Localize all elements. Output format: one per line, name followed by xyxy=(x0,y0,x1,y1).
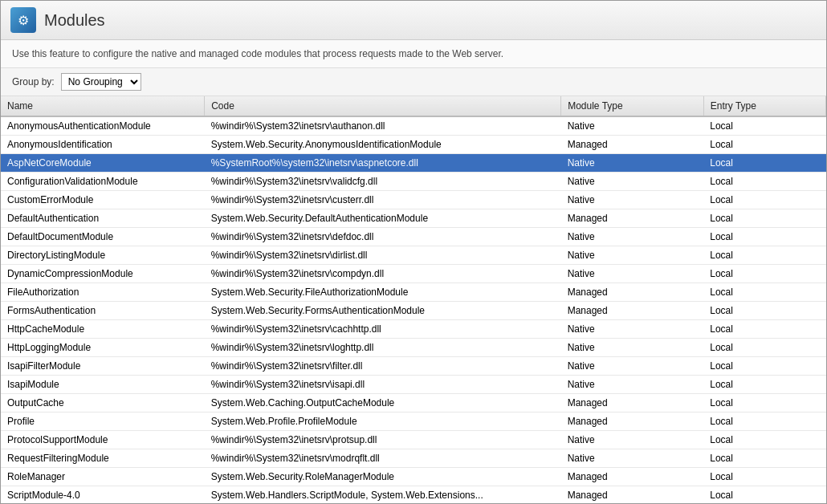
page-title: Modules xyxy=(44,11,105,30)
cell-module-type: Native xyxy=(561,246,704,265)
cell-name: DynamicCompressionModule xyxy=(1,265,205,283)
app-icon-glyph: ⚙ xyxy=(18,13,29,28)
cell-code: %windir%\System32\inetsrv\compdyn.dll xyxy=(205,265,561,283)
cell-module-type: Native xyxy=(561,357,704,376)
cell-name: RequestFilteringModule xyxy=(1,449,205,468)
cell-entry-type: Local xyxy=(703,413,825,431)
header-module-type: Module Type xyxy=(561,96,704,116)
table-row[interactable]: IsapiFilterModule%windir%\System32\inets… xyxy=(1,357,826,376)
table-row[interactable]: HttpLoggingModule%windir%\System32\inets… xyxy=(1,339,826,357)
cell-entry-type: Local xyxy=(703,394,825,413)
group-by-select[interactable]: No GroupingModule TypeEntry Type xyxy=(61,73,141,91)
cell-code: System.Web.Security.AnonymousIdentificat… xyxy=(205,136,561,154)
cell-entry-type: Local xyxy=(703,228,825,246)
cell-entry-type: Local xyxy=(703,116,825,136)
table-row[interactable]: RoleManagerSystem.Web.Security.RoleManag… xyxy=(1,468,826,486)
cell-code: %windir%\System32\inetsrv\filter.dll xyxy=(205,357,561,376)
table-row[interactable]: DefaultAuthenticationSystem.Web.Security… xyxy=(1,209,826,228)
cell-entry-type: Local xyxy=(703,449,825,468)
cell-module-type: Native xyxy=(561,431,704,449)
cell-name: HttpLoggingModule xyxy=(1,339,205,357)
cell-entry-type: Local xyxy=(703,283,825,302)
cell-name: ProtocolSupportModule xyxy=(1,431,205,449)
cell-entry-type: Local xyxy=(703,339,825,357)
cell-module-type: Native xyxy=(561,191,704,209)
cell-code: %windir%\System32\inetsrv\custerr.dll xyxy=(205,191,561,209)
table-row[interactable]: AnonymousAuthenticationModule%windir%\Sy… xyxy=(1,116,826,136)
cell-code: %windir%\System32\inetsrv\cachhttp.dll xyxy=(205,320,561,339)
table-row[interactable]: ProfileSystem.Web.Profile.ProfileModuleM… xyxy=(1,413,826,431)
cell-name: Profile xyxy=(1,413,205,431)
table-row[interactable]: HttpCacheModule%windir%\System32\inetsrv… xyxy=(1,320,826,339)
cell-name: AnonymousIdentification xyxy=(1,136,205,154)
cell-entry-type: Local xyxy=(703,209,825,228)
cell-entry-type: Local xyxy=(703,468,825,486)
cell-module-type: Native xyxy=(561,173,704,191)
table-row[interactable]: ProtocolSupportModule%windir%\System32\i… xyxy=(1,431,826,449)
cell-module-type: Managed xyxy=(561,486,704,504)
cell-module-type: Managed xyxy=(561,302,704,320)
cell-code: System.Web.Security.DefaultAuthenticatio… xyxy=(205,209,561,228)
cell-code: %windir%\System32\inetsrv\modrqflt.dll xyxy=(205,449,561,468)
cell-code: %SystemRoot%\system32\inetsrv\aspnetcore… xyxy=(205,154,561,173)
table-row[interactable]: DynamicCompressionModule%windir%\System3… xyxy=(1,265,826,283)
main-window: ⚙ Modules Use this feature to configure … xyxy=(0,0,827,504)
app-icon: ⚙ xyxy=(10,7,36,33)
cell-entry-type: Local xyxy=(703,486,825,504)
cell-code: System.Web.Security.RoleManagerModule xyxy=(205,468,561,486)
cell-name: DefaultDocumentModule xyxy=(1,228,205,246)
table-row[interactable]: AspNetCoreModule%SystemRoot%\system32\in… xyxy=(1,154,826,173)
table-row[interactable]: FileAuthorizationSystem.Web.Security.Fil… xyxy=(1,283,826,302)
cell-code: %windir%\System32\inetsrv\defdoc.dll xyxy=(205,228,561,246)
table-row[interactable]: AnonymousIdentificationSystem.Web.Securi… xyxy=(1,136,826,154)
table-row[interactable]: OutputCacheSystem.Web.Caching.OutputCach… xyxy=(1,394,826,413)
cell-code: System.Web.Security.FileAuthorizationMod… xyxy=(205,283,561,302)
header-entry-type: Entry Type xyxy=(703,96,825,116)
toolbar: Group by: No GroupingModule TypeEntry Ty… xyxy=(1,68,826,96)
cell-entry-type: Local xyxy=(703,246,825,265)
modules-table: Name Code Module Type Entry Type Anonymo… xyxy=(1,96,826,503)
cell-code: System.Web.Security.FormsAuthenticationM… xyxy=(205,302,561,320)
cell-entry-type: Local xyxy=(703,265,825,283)
cell-module-type: Managed xyxy=(561,209,704,228)
cell-code: System.Web.Caching.OutputCacheModule xyxy=(205,394,561,413)
table-row[interactable]: CustomErrorModule%windir%\System32\inets… xyxy=(1,191,826,209)
cell-entry-type: Local xyxy=(703,154,825,173)
cell-code: %windir%\System32\inetsrv\validcfg.dll xyxy=(205,173,561,191)
cell-module-type: Native xyxy=(561,376,704,394)
cell-code: %windir%\System32\inetsrv\authanon.dll xyxy=(205,116,561,136)
cell-module-type: Native xyxy=(561,449,704,468)
cell-code: %windir%\System32\inetsrv\dirlist.dll xyxy=(205,246,561,265)
cell-entry-type: Local xyxy=(703,136,825,154)
header-code: Code xyxy=(205,96,561,116)
cell-entry-type: Local xyxy=(703,320,825,339)
cell-entry-type: Local xyxy=(703,431,825,449)
cell-name: AnonymousAuthenticationModule xyxy=(1,116,205,136)
table-row[interactable]: RequestFilteringModule%windir%\System32\… xyxy=(1,449,826,468)
cell-name: FormsAuthentication xyxy=(1,302,205,320)
table-row[interactable]: IsapiModule%windir%\System32\inetsrv\isa… xyxy=(1,376,826,394)
cell-module-type: Native xyxy=(561,320,704,339)
table-header: Name Code Module Type Entry Type xyxy=(1,96,826,116)
modules-table-container[interactable]: Name Code Module Type Entry Type Anonymo… xyxy=(1,96,826,503)
cell-module-type: Native xyxy=(561,265,704,283)
cell-module-type: Managed xyxy=(561,394,704,413)
cell-module-type: Managed xyxy=(561,468,704,486)
cell-entry-type: Local xyxy=(703,357,825,376)
group-by-label: Group by: xyxy=(12,76,55,87)
cell-name: FileAuthorization xyxy=(1,283,205,302)
table-row[interactable]: FormsAuthenticationSystem.Web.Security.F… xyxy=(1,302,826,320)
cell-code: %windir%\System32\inetsrv\isapi.dll xyxy=(205,376,561,394)
table-row[interactable]: DefaultDocumentModule%windir%\System32\i… xyxy=(1,228,826,246)
table-row[interactable]: ConfigurationValidationModule%windir%\Sy… xyxy=(1,173,826,191)
cell-code: %windir%\System32\inetsrv\protsup.dll xyxy=(205,431,561,449)
table-body: AnonymousAuthenticationModule%windir%\Sy… xyxy=(1,116,826,503)
title-bar: ⚙ Modules xyxy=(1,1,826,40)
cell-code: %windir%\System32\inetsrv\loghttp.dll xyxy=(205,339,561,357)
cell-module-type: Native xyxy=(561,116,704,136)
cell-entry-type: Local xyxy=(703,302,825,320)
table-row[interactable]: ScriptModule-4.0System.Web.Handlers.Scri… xyxy=(1,486,826,504)
cell-entry-type: Local xyxy=(703,173,825,191)
cell-module-type: Managed xyxy=(561,283,704,302)
table-row[interactable]: DirectoryListingModule%windir%\System32\… xyxy=(1,246,826,265)
